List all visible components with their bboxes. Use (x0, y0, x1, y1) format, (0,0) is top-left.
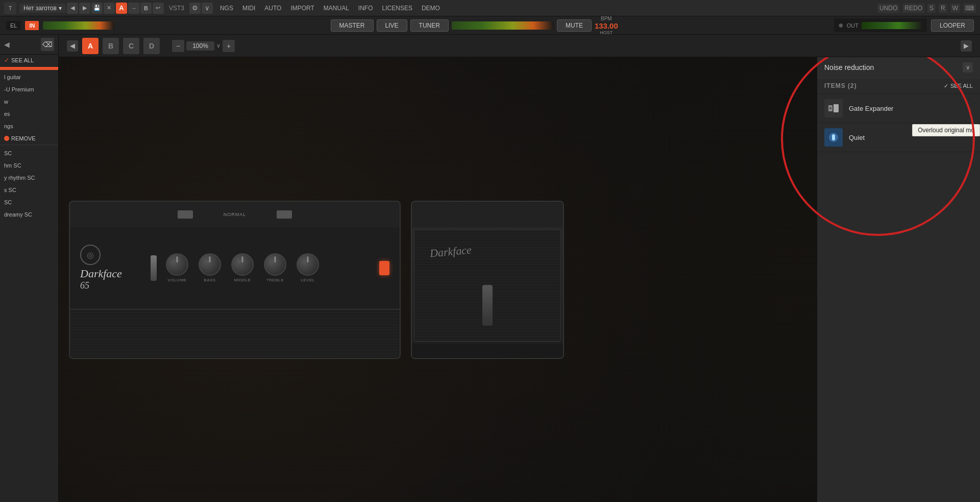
items-count-label: ITEMS (2) (824, 82, 857, 89)
live-button[interactable]: LIVE (377, 19, 407, 32)
sidebar-item-s-sc[interactable]: s SC (0, 184, 58, 196)
bold-button[interactable]: B (140, 3, 152, 14)
preset-tabs-bar: ◀ A B C D − 100% ∨ + ▶ (59, 35, 980, 57)
sidebar-item-lguitiar[interactable]: l guitar (0, 71, 58, 83)
bpm-value: 133.00 (595, 21, 618, 30)
cab-foot (412, 344, 563, 359)
amp-head[interactable]: NORMAL ◎ Darkface 65 VOLU (69, 201, 401, 359)
input-level-bar (43, 21, 114, 30)
amp-head-top: NORMAL (70, 202, 400, 227)
knob-label-treble: TREBLE (266, 278, 284, 282)
remove-label: REMOVE (11, 135, 36, 141)
amp-knob-level[interactable] (297, 253, 319, 276)
svg-rect-2 (834, 104, 839, 112)
sidebar-item-es[interactable]: es (0, 108, 58, 120)
menu-items: NGS MIDI AUTO IMPORT MANUAL INFO LICENSE… (216, 4, 444, 13)
knob-col-bass: BASS (199, 253, 221, 282)
zoom-control: − 100% ∨ + (172, 40, 235, 52)
noise-item-gate[interactable]: Gate Expander (817, 94, 980, 123)
amp-switch-handle[interactable] (151, 255, 157, 281)
gear-button[interactable]: ⚙ (189, 3, 201, 14)
tuner-button[interactable]: TUNER (410, 19, 449, 32)
out-display: ● OUT (834, 18, 927, 32)
menu-item-ngs[interactable]: NGS (216, 4, 237, 13)
sidebar-item-sc2[interactable]: SC (0, 196, 58, 208)
undo-icon-button[interactable]: ↩ (153, 3, 164, 14)
zoom-value-display[interactable]: 100% (186, 41, 214, 51)
eraser-button[interactable]: ⌫ (41, 38, 54, 51)
noise-see-all-button[interactable]: ✓ SEE ALL (944, 83, 973, 89)
knob-col-treble: TREBLE (264, 253, 286, 282)
amp-knob-bass[interactable] (199, 253, 221, 276)
sidebar-item-y-rhythm-sc[interactable]: y rhythm SC (0, 172, 58, 184)
sidebar-item-sc1[interactable]: SC (0, 147, 58, 159)
zoom-dropdown-icon[interactable]: ∨ (216, 42, 220, 49)
sidebar-item-hm-sc[interactable]: hm SC (0, 159, 58, 172)
s-button[interactable]: S (927, 4, 936, 13)
knob-label-level: LEVEL (301, 278, 314, 282)
close-button[interactable]: ✕ (104, 3, 115, 14)
noise-panel-close-button[interactable]: ∨ (963, 62, 973, 73)
r-button[interactable]: R (939, 4, 947, 13)
save-button[interactable]: 💾 (91, 3, 103, 14)
preset-color-bar (0, 67, 58, 70)
dropdown-button[interactable]: ∨ (202, 3, 213, 14)
sidebar-prev-arrow[interactable]: ◀ (4, 40, 10, 49)
preset-tab-d[interactable]: D (143, 38, 160, 54)
remove-button[interactable]: REMOVE (0, 132, 58, 145)
preset-tab-b[interactable]: B (103, 38, 119, 54)
mute-button[interactable]: MUTE (557, 19, 592, 32)
amp-knob-middle[interactable] (231, 253, 254, 276)
noise-panel-title: Noise reduction (824, 63, 874, 71)
preset-next-arrow[interactable]: ▶ (961, 40, 972, 52)
knob-label-bass: BASS (204, 278, 215, 282)
output-level-bar (862, 22, 923, 29)
transport-prev-button[interactable]: ◀ (67, 3, 78, 14)
main-content: ◀ ⌫ ✓ SEE ALL l guitar -U Premium w es n… (0, 35, 980, 502)
preset-prev-button[interactable]: ◀ (67, 40, 78, 52)
keyboard-button[interactable]: ⌨ (963, 4, 976, 13)
menu-item-midi[interactable]: MIDI (238, 4, 259, 13)
amp-brand-area: ◎ Darkface 65 (80, 245, 141, 291)
amp-cabinet[interactable]: Darkface (411, 201, 564, 359)
amp-knob-treble[interactable] (264, 253, 286, 276)
menu-item-import[interactable]: IMPORT (286, 4, 318, 13)
undo-button[interactable]: UNDO (877, 4, 899, 13)
zoom-minus-button[interactable]: − (172, 40, 184, 52)
zoom-plus-button[interactable]: + (223, 40, 235, 52)
noise-item-quiet[interactable]: Quiet Overloud original mo (817, 123, 980, 152)
menu-item-licenses[interactable]: LICENSES (378, 4, 416, 13)
menu-item-info[interactable]: INFO (354, 4, 377, 13)
master-button[interactable]: MASTER (331, 19, 374, 32)
transport-next-button[interactable]: ▶ (79, 3, 90, 14)
preset-selector[interactable]: Нет заготов ▾ (19, 4, 66, 13)
knob-label-volume: VOLUME (168, 278, 187, 282)
menu-item-auto[interactable]: AUTO (260, 4, 285, 13)
amp-normal-label: NORMAL (224, 212, 247, 217)
amp-power-led[interactable] (379, 261, 389, 275)
amp-knob-volume[interactable] (166, 253, 188, 276)
sidebar-item-w[interactable]: w (0, 95, 58, 108)
amp-model: 65 (80, 280, 89, 291)
amp-switch-bright-top (277, 210, 292, 219)
looper-button[interactable]: LOOPER (931, 19, 974, 32)
right-menu-items: UNDO REDO S R W ⌨ (877, 4, 976, 13)
bpm-display: BPM 133.00 HOST (595, 16, 618, 35)
see-all-button[interactable]: SEE ALL (11, 57, 34, 63)
redo-button[interactable]: REDO (902, 4, 924, 13)
sidebar-item-upremium[interactable]: -U Premium (0, 83, 58, 95)
w-button[interactable]: W (950, 4, 960, 13)
preset-tab-c[interactable]: C (123, 38, 139, 54)
cab-top (412, 202, 563, 227)
noise-check-icon: ✓ (944, 83, 948, 89)
menu-item-manual[interactable]: MANUAL (320, 4, 353, 13)
noise-reduction-panel: Noise reduction ∨ ITEMS (2) ✓ SEE ALL (817, 57, 980, 502)
main-area: ◀ A B C D − 100% ∨ + ▶ (59, 35, 980, 502)
in-badge: IN (25, 21, 39, 30)
sidebar-item-ngs[interactable]: ngs (0, 120, 58, 132)
preset-tab-a[interactable]: A (82, 38, 99, 54)
forward-button[interactable]: → (128, 3, 139, 14)
sidebar-item-dreamy-sc[interactable]: dreamy SC (0, 208, 58, 221)
amp-knobs-area: VOLUME BASS MIDDLE TREBLE (166, 253, 319, 282)
menu-item-demo[interactable]: DEMO (418, 4, 444, 13)
